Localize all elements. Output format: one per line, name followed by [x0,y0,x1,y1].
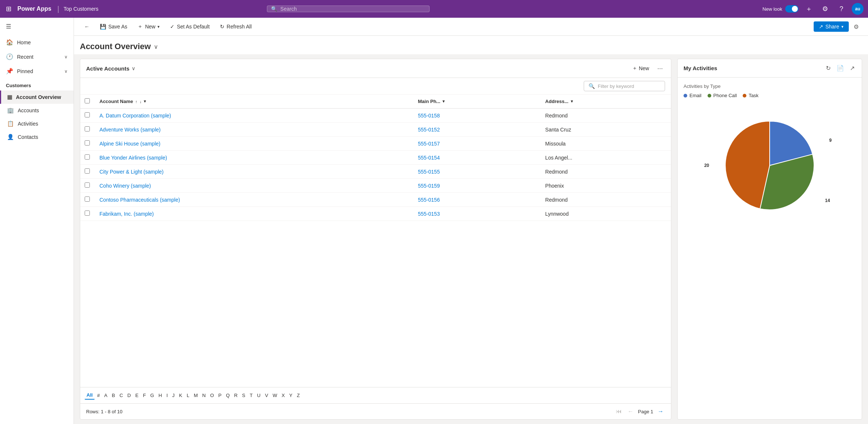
filter-search-icon: 🔍 [589,83,595,89]
phone-link-4[interactable]: 555-0155 [418,169,440,175]
phone-link-1[interactable]: 555-0152 [418,127,440,133]
alpha-item-E[interactable]: E [133,391,140,399]
toolbar-settings-icon[interactable]: ⚙ [850,21,862,33]
alpha-item-T[interactable]: T [248,391,254,399]
alpha-item-C[interactable]: C [118,391,125,399]
account-name-link-1[interactable]: Adventure Works (sample) [99,127,160,133]
row-checkbox-6[interactable] [85,196,90,202]
sidebar-item-recent[interactable]: 🕐 Recent ∨ [0,49,74,64]
row-checkbox-5[interactable] [85,182,90,188]
phone-link-5[interactable]: 555-0159 [418,183,440,189]
first-page-button[interactable]: ⏮ [614,407,623,416]
alpha-item-B[interactable]: B [110,391,117,399]
phone-filter-icon[interactable]: ▾ [443,99,445,104]
alpha-item-X[interactable]: X [280,391,287,399]
row-checkbox-3[interactable] [85,154,90,160]
account-name-link-4[interactable]: City Power & Light (sample) [99,169,164,175]
alpha-item-K[interactable]: K [177,391,184,399]
account-name-link-2[interactable]: Alpine Ski House (sample) [99,141,160,147]
account-name-link-7[interactable]: Fabrikam, Inc. (sample) [99,211,154,217]
address-cell: Phoenix [541,179,671,193]
row-checkbox-2[interactable] [85,140,90,146]
share-button[interactable]: ↗ Share ▾ [814,21,849,32]
nav-divider: | [57,5,59,13]
row-checkbox-7[interactable] [85,211,90,216]
alpha-item-N[interactable]: N [200,391,207,399]
phone-link-2[interactable]: 555-0157 [418,141,440,147]
sidebar-item-contacts[interactable]: 👤 Contacts [0,130,74,144]
account-name-link-5[interactable]: Coho Winery (sample) [99,183,151,189]
help-icon[interactable]: ? [835,3,847,15]
sidebar-item-pinned[interactable]: 📌 Pinned ∨ [0,64,74,78]
new-button[interactable]: ＋ New ▾ [133,21,164,32]
row-checkbox-4[interactable] [85,168,90,174]
alpha-item-Z[interactable]: Z [295,391,302,399]
alpha-item-All[interactable]: All [85,391,95,400]
alpha-item-I[interactable]: I [165,391,170,399]
active-accounts-chevron[interactable]: ∨ [132,65,135,71]
settings-icon[interactable]: ⚙ [819,3,831,15]
alpha-item-S[interactable]: S [240,391,247,399]
alpha-item-#[interactable]: # [95,391,102,399]
activities-refresh-icon[interactable]: ↻ [825,64,832,73]
prev-page-button[interactable]: ← [626,407,635,416]
alpha-item-J[interactable]: J [170,391,177,399]
avatar[interactable]: au [852,3,864,15]
row-checkbox-cell [80,137,95,151]
sidebar-item-accounts[interactable]: 🏢 Accounts [0,104,74,117]
filter-keyword-input[interactable] [598,83,660,89]
alpha-item-W[interactable]: W [271,391,279,399]
accounts-more-button[interactable]: ··· [655,64,665,73]
phone-link-0[interactable]: 555-0158 [418,113,440,119]
alpha-item-L[interactable]: L [185,391,191,399]
account-name-cell: Alpine Ski House (sample) [95,137,414,151]
hamburger-menu[interactable]: ☰ [0,18,74,35]
search-input[interactable] [280,6,425,12]
phone-link-3[interactable]: 555-0154 [418,155,440,161]
activities-report-icon[interactable]: 📄 [835,64,845,73]
toolbar: ← 💾 Save As ＋ New ▾ ✓ Set As Default ↻ R… [74,18,868,36]
account-name-filter-icon[interactable]: ▾ [144,99,146,104]
waffle-icon[interactable]: ⊞ [4,3,13,14]
address-filter-icon[interactable]: ▾ [571,99,573,104]
page-title-chevron[interactable]: ∨ [154,43,158,50]
phone-link-7[interactable]: 555-0153 [418,211,440,217]
account-name-link-6[interactable]: Contoso Pharmaceuticals (sample) [99,197,180,203]
alpha-item-Q[interactable]: Q [224,391,231,399]
alpha-item-A[interactable]: A [102,391,109,399]
accounts-new-button[interactable]: ＋ New [629,64,652,73]
sidebar-item-account-overview[interactable]: ▦ Account Overview [0,90,74,104]
add-icon[interactable]: ＋ [803,3,815,15]
back-button[interactable]: ← [80,21,94,32]
alpha-item-R[interactable]: R [232,391,239,399]
alpha-item-H[interactable]: H [157,391,164,399]
save-as-button[interactable]: 💾 Save As [95,21,132,32]
phone-link-6[interactable]: 555-0156 [418,197,440,203]
activities-expand-icon[interactable]: ↗ [849,64,856,73]
alpha-item-P[interactable]: P [217,391,224,399]
activities-by-type-label: Activities by Type [684,83,856,89]
alpha-item-O[interactable]: O [208,391,216,399]
next-page-button[interactable]: → [656,407,665,416]
alpha-item-G[interactable]: G [149,391,156,399]
refresh-all-button[interactable]: ↻ Refresh All [216,21,256,32]
alpha-item-V[interactable]: V [263,391,270,399]
new-look-toggle[interactable] [785,5,799,13]
sidebar-item-activities[interactable]: 📋 Activities [0,117,74,130]
account-name-link-3[interactable]: Blue Yonder Airlines (sample) [99,155,167,161]
alpha-item-F[interactable]: F [141,391,148,399]
main-phone-header[interactable]: Main Ph... ▾ [414,95,541,109]
alpha-item-U[interactable]: U [255,391,262,399]
account-name-link-0[interactable]: A. Datum Corporation (sample) [99,113,171,119]
alpha-item-Y[interactable]: Y [287,391,294,399]
main-phone-header-label: Main Ph... [418,99,441,104]
sidebar-item-home[interactable]: 🏠 Home [0,35,74,49]
address-header[interactable]: Address... ▾ [541,95,671,109]
select-all-checkbox[interactable] [85,98,90,103]
row-checkbox-1[interactable] [85,126,90,131]
account-name-header[interactable]: Account Name ↑ ↓ ▾ [95,95,414,109]
alpha-item-D[interactable]: D [126,391,133,399]
set-as-default-button[interactable]: ✓ Set As Default [166,21,214,32]
alpha-item-M[interactable]: M [192,391,200,399]
row-checkbox-0[interactable] [85,112,90,117]
